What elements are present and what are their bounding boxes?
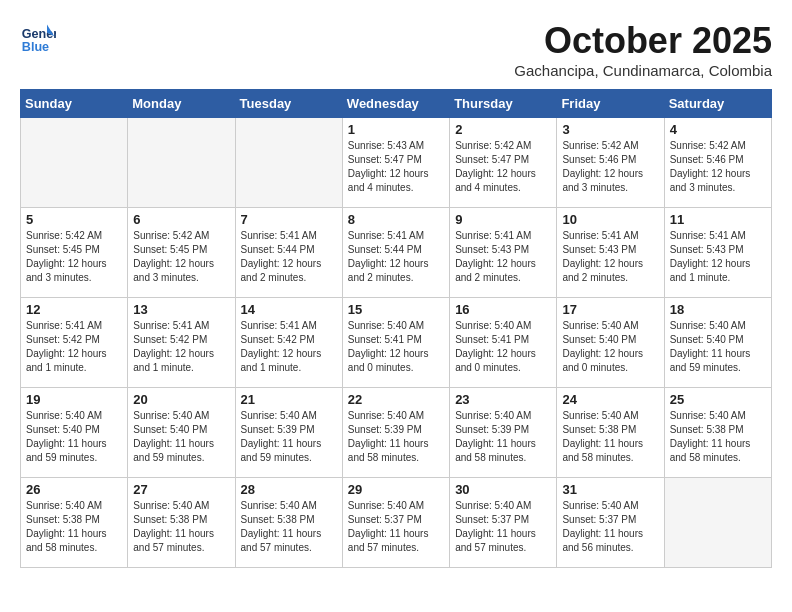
calendar-cell bbox=[128, 118, 235, 208]
day-info: Sunrise: 5:40 AM Sunset: 5:38 PM Dayligh… bbox=[133, 499, 229, 555]
day-info: Sunrise: 5:40 AM Sunset: 5:38 PM Dayligh… bbox=[26, 499, 122, 555]
day-info: Sunrise: 5:41 AM Sunset: 5:43 PM Dayligh… bbox=[562, 229, 658, 285]
day-number: 5 bbox=[26, 212, 122, 227]
calendar-table: SundayMondayTuesdayWednesdayThursdayFrid… bbox=[20, 89, 772, 568]
day-number: 19 bbox=[26, 392, 122, 407]
day-info: Sunrise: 5:42 AM Sunset: 5:46 PM Dayligh… bbox=[562, 139, 658, 195]
calendar-cell: 31Sunrise: 5:40 AM Sunset: 5:37 PM Dayli… bbox=[557, 478, 664, 568]
svg-text:Blue: Blue bbox=[22, 40, 49, 54]
calendar-cell: 3Sunrise: 5:42 AM Sunset: 5:46 PM Daylig… bbox=[557, 118, 664, 208]
weekday-header-wednesday: Wednesday bbox=[342, 90, 449, 118]
weekday-header-sunday: Sunday bbox=[21, 90, 128, 118]
calendar-cell: 15Sunrise: 5:40 AM Sunset: 5:41 PM Dayli… bbox=[342, 298, 449, 388]
calendar-cell: 7Sunrise: 5:41 AM Sunset: 5:44 PM Daylig… bbox=[235, 208, 342, 298]
weekday-header-friday: Friday bbox=[557, 90, 664, 118]
calendar-cell: 29Sunrise: 5:40 AM Sunset: 5:37 PM Dayli… bbox=[342, 478, 449, 568]
day-info: Sunrise: 5:41 AM Sunset: 5:43 PM Dayligh… bbox=[455, 229, 551, 285]
calendar-cell: 24Sunrise: 5:40 AM Sunset: 5:38 PM Dayli… bbox=[557, 388, 664, 478]
calendar-cell: 4Sunrise: 5:42 AM Sunset: 5:46 PM Daylig… bbox=[664, 118, 771, 208]
calendar-cell: 9Sunrise: 5:41 AM Sunset: 5:43 PM Daylig… bbox=[450, 208, 557, 298]
day-info: Sunrise: 5:42 AM Sunset: 5:46 PM Dayligh… bbox=[670, 139, 766, 195]
day-number: 24 bbox=[562, 392, 658, 407]
calendar-cell: 28Sunrise: 5:40 AM Sunset: 5:38 PM Dayli… bbox=[235, 478, 342, 568]
day-number: 20 bbox=[133, 392, 229, 407]
calendar-cell bbox=[235, 118, 342, 208]
day-number: 30 bbox=[455, 482, 551, 497]
day-info: Sunrise: 5:40 AM Sunset: 5:37 PM Dayligh… bbox=[348, 499, 444, 555]
day-info: Sunrise: 5:40 AM Sunset: 5:37 PM Dayligh… bbox=[562, 499, 658, 555]
day-number: 8 bbox=[348, 212, 444, 227]
day-info: Sunrise: 5:40 AM Sunset: 5:39 PM Dayligh… bbox=[241, 409, 337, 465]
day-info: Sunrise: 5:41 AM Sunset: 5:43 PM Dayligh… bbox=[670, 229, 766, 285]
calendar-cell: 11Sunrise: 5:41 AM Sunset: 5:43 PM Dayli… bbox=[664, 208, 771, 298]
calendar-cell: 2Sunrise: 5:42 AM Sunset: 5:47 PM Daylig… bbox=[450, 118, 557, 208]
day-info: Sunrise: 5:40 AM Sunset: 5:38 PM Dayligh… bbox=[562, 409, 658, 465]
calendar-cell: 5Sunrise: 5:42 AM Sunset: 5:45 PM Daylig… bbox=[21, 208, 128, 298]
day-info: Sunrise: 5:40 AM Sunset: 5:38 PM Dayligh… bbox=[241, 499, 337, 555]
weekday-header-tuesday: Tuesday bbox=[235, 90, 342, 118]
day-number: 4 bbox=[670, 122, 766, 137]
day-info: Sunrise: 5:42 AM Sunset: 5:47 PM Dayligh… bbox=[455, 139, 551, 195]
calendar-cell: 1Sunrise: 5:43 AM Sunset: 5:47 PM Daylig… bbox=[342, 118, 449, 208]
day-info: Sunrise: 5:40 AM Sunset: 5:39 PM Dayligh… bbox=[455, 409, 551, 465]
weekday-header-saturday: Saturday bbox=[664, 90, 771, 118]
day-number: 26 bbox=[26, 482, 122, 497]
calendar-cell: 21Sunrise: 5:40 AM Sunset: 5:39 PM Dayli… bbox=[235, 388, 342, 478]
calendar-cell: 27Sunrise: 5:40 AM Sunset: 5:38 PM Dayli… bbox=[128, 478, 235, 568]
day-number: 12 bbox=[26, 302, 122, 317]
day-number: 28 bbox=[241, 482, 337, 497]
calendar-cell: 22Sunrise: 5:40 AM Sunset: 5:39 PM Dayli… bbox=[342, 388, 449, 478]
day-number: 3 bbox=[562, 122, 658, 137]
day-number: 21 bbox=[241, 392, 337, 407]
day-info: Sunrise: 5:40 AM Sunset: 5:40 PM Dayligh… bbox=[562, 319, 658, 375]
day-info: Sunrise: 5:42 AM Sunset: 5:45 PM Dayligh… bbox=[133, 229, 229, 285]
month-title: October 2025 bbox=[514, 20, 772, 62]
day-info: Sunrise: 5:42 AM Sunset: 5:45 PM Dayligh… bbox=[26, 229, 122, 285]
day-info: Sunrise: 5:41 AM Sunset: 5:42 PM Dayligh… bbox=[133, 319, 229, 375]
day-number: 25 bbox=[670, 392, 766, 407]
weekday-header-thursday: Thursday bbox=[450, 90, 557, 118]
day-number: 11 bbox=[670, 212, 766, 227]
calendar-cell: 12Sunrise: 5:41 AM Sunset: 5:42 PM Dayli… bbox=[21, 298, 128, 388]
day-number: 16 bbox=[455, 302, 551, 317]
day-number: 14 bbox=[241, 302, 337, 317]
calendar-cell: 8Sunrise: 5:41 AM Sunset: 5:44 PM Daylig… bbox=[342, 208, 449, 298]
calendar-cell: 23Sunrise: 5:40 AM Sunset: 5:39 PM Dayli… bbox=[450, 388, 557, 478]
day-info: Sunrise: 5:40 AM Sunset: 5:37 PM Dayligh… bbox=[455, 499, 551, 555]
logo-icon: General Blue bbox=[20, 20, 56, 56]
day-number: 6 bbox=[133, 212, 229, 227]
day-info: Sunrise: 5:41 AM Sunset: 5:42 PM Dayligh… bbox=[26, 319, 122, 375]
title-block: October 2025 Gachancipa, Cundinamarca, C… bbox=[514, 20, 772, 79]
day-number: 27 bbox=[133, 482, 229, 497]
day-number: 13 bbox=[133, 302, 229, 317]
day-info: Sunrise: 5:40 AM Sunset: 5:38 PM Dayligh… bbox=[670, 409, 766, 465]
day-number: 15 bbox=[348, 302, 444, 317]
day-number: 23 bbox=[455, 392, 551, 407]
calendar-cell: 6Sunrise: 5:42 AM Sunset: 5:45 PM Daylig… bbox=[128, 208, 235, 298]
day-number: 10 bbox=[562, 212, 658, 227]
day-number: 17 bbox=[562, 302, 658, 317]
day-number: 18 bbox=[670, 302, 766, 317]
calendar-cell: 14Sunrise: 5:41 AM Sunset: 5:42 PM Dayli… bbox=[235, 298, 342, 388]
calendar-cell: 30Sunrise: 5:40 AM Sunset: 5:37 PM Dayli… bbox=[450, 478, 557, 568]
page-header: General Blue October 2025 Gachancipa, Cu… bbox=[20, 20, 772, 79]
location: Gachancipa, Cundinamarca, Colombia bbox=[514, 62, 772, 79]
calendar-cell: 26Sunrise: 5:40 AM Sunset: 5:38 PM Dayli… bbox=[21, 478, 128, 568]
calendar-cell bbox=[664, 478, 771, 568]
calendar-cell: 20Sunrise: 5:40 AM Sunset: 5:40 PM Dayli… bbox=[128, 388, 235, 478]
day-number: 9 bbox=[455, 212, 551, 227]
calendar-cell: 10Sunrise: 5:41 AM Sunset: 5:43 PM Dayli… bbox=[557, 208, 664, 298]
day-number: 31 bbox=[562, 482, 658, 497]
day-info: Sunrise: 5:40 AM Sunset: 5:39 PM Dayligh… bbox=[348, 409, 444, 465]
day-number: 2 bbox=[455, 122, 551, 137]
calendar-cell bbox=[21, 118, 128, 208]
calendar-cell: 18Sunrise: 5:40 AM Sunset: 5:40 PM Dayli… bbox=[664, 298, 771, 388]
day-info: Sunrise: 5:40 AM Sunset: 5:41 PM Dayligh… bbox=[348, 319, 444, 375]
day-info: Sunrise: 5:41 AM Sunset: 5:44 PM Dayligh… bbox=[241, 229, 337, 285]
day-number: 29 bbox=[348, 482, 444, 497]
day-info: Sunrise: 5:43 AM Sunset: 5:47 PM Dayligh… bbox=[348, 139, 444, 195]
day-info: Sunrise: 5:40 AM Sunset: 5:40 PM Dayligh… bbox=[26, 409, 122, 465]
day-info: Sunrise: 5:40 AM Sunset: 5:40 PM Dayligh… bbox=[133, 409, 229, 465]
logo: General Blue bbox=[20, 20, 56, 56]
calendar-cell: 19Sunrise: 5:40 AM Sunset: 5:40 PM Dayli… bbox=[21, 388, 128, 478]
